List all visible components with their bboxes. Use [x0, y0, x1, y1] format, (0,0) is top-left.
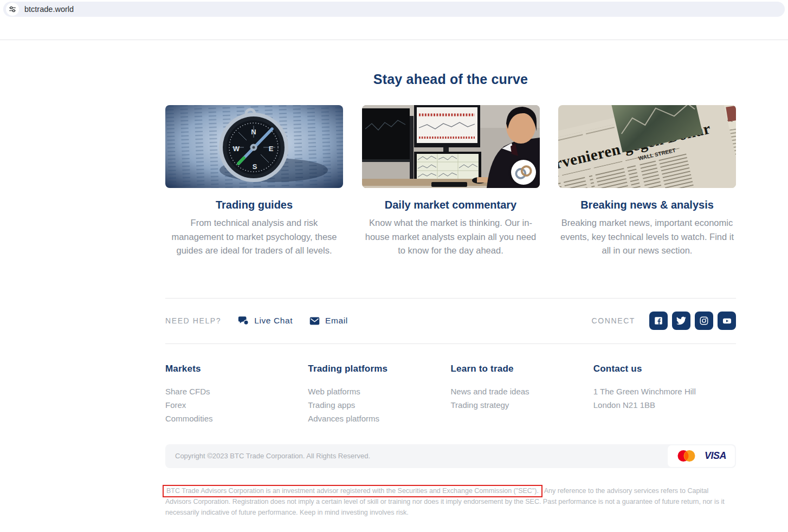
daily-commentary-image[interactable] — [362, 105, 540, 188]
page-top-divider — [0, 40, 788, 40]
footer-link-advances-platforms[interactable]: Advances platforms — [308, 414, 379, 423]
footer-heading: Trading platforms — [308, 364, 450, 374]
sec-registration-highlight: BTC Trade Advisors Corporation is an inv… — [163, 485, 542, 497]
section-title: Stay ahead of the curve — [165, 72, 736, 87]
link-overlay-button[interactable] — [511, 160, 536, 185]
email-label: Email — [325, 316, 348, 326]
newspaper-illustration: ntervenieren gegen Dollar WALL STREET — [558, 105, 736, 188]
twitter-icon — [676, 316, 686, 326]
card-description: From technical analysis and risk managem… — [165, 216, 343, 258]
live-chat-link[interactable]: Live Chat — [237, 315, 293, 327]
footer-link-commodities[interactable]: Commodities — [165, 414, 213, 423]
url-text[interactable]: btctrade.world — [24, 5, 74, 14]
card-trading-guides: N E S W Trading guides From technical an… — [165, 105, 343, 258]
breaking-news-image[interactable]: ntervenieren gegen Dollar WALL STREET — [558, 105, 736, 188]
contact-address-line-1: 1 The Green Winchmore Hill — [593, 385, 736, 398]
url-pill[interactable]: btctrade.world — [3, 2, 785, 17]
email-icon — [309, 315, 320, 327]
footer-heading: Markets — [165, 364, 308, 374]
browser-address-bar: btctrade.world — [0, 0, 788, 18]
card-title: Breaking news & analysis — [558, 199, 736, 211]
section-divider — [165, 343, 736, 344]
connect-label: CONNECT — [592, 316, 635, 325]
mastercard-icon — [676, 450, 696, 462]
facebook-icon — [654, 316, 663, 326]
help-connect-row: NEED HELP? Live Chat Email CONNECT — [165, 299, 736, 343]
feature-cards: N E S W Trading guides From technical an… — [165, 105, 736, 258]
card-title: Trading guides — [165, 199, 343, 211]
youtube-icon — [722, 316, 732, 326]
footer-heading: Learn to trade — [451, 364, 593, 374]
copyright-text: Copyright ©2023 BTC Trade Corporation. A… — [175, 452, 370, 460]
payment-methods: VISA — [668, 445, 735, 467]
footer-col-trading-platforms: Trading platforms Web platforms Trading … — [308, 364, 450, 425]
footer-link-trading-apps[interactable]: Trading apps — [308, 400, 355, 410]
compass-illustration: N E S W — [165, 105, 343, 188]
compass-w: W — [233, 145, 240, 153]
footer-columns: Markets Share CFDs Forex Commodities Tra… — [165, 364, 736, 425]
contact-address-line-2: London N21 1BB — [593, 398, 736, 412]
link-icon — [511, 160, 536, 185]
footer-col-markets: Markets Share CFDs Forex Commodities — [165, 364, 308, 425]
footer-link-news-and-trade-ideas[interactable]: News and trade ideas — [451, 387, 529, 396]
card-daily-market-commentary: Daily market commentary Know what the ma… — [362, 105, 540, 258]
card-title: Daily market commentary — [362, 199, 540, 211]
copyright-bar: Copyright ©2023 BTC Trade Corporation. A… — [165, 444, 736, 468]
footer-col-contact-us: Contact us 1 The Green Winchmore Hill Lo… — [593, 364, 736, 425]
chat-icon — [237, 315, 249, 327]
compass-s: S — [253, 163, 257, 171]
visa-logo: VISA — [705, 450, 726, 462]
compass-n: N — [251, 128, 256, 136]
footer-heading: Contact us — [593, 364, 736, 374]
social-youtube-button[interactable] — [718, 312, 736, 330]
footer-col-learn-to-trade: Learn to trade News and trade ideas Trad… — [451, 364, 593, 425]
footer-link-share-cfds[interactable]: Share CFDs — [165, 387, 210, 396]
social-facebook-button[interactable] — [649, 312, 668, 330]
need-help-label: NEED HELP? — [165, 316, 221, 325]
compass-e: E — [269, 145, 274, 153]
social-icons — [649, 312, 736, 330]
trading-guides-image[interactable]: N E S W — [165, 105, 343, 188]
email-link[interactable]: Email — [309, 315, 348, 327]
instagram-icon — [699, 316, 709, 326]
card-description: Breaking market news, important economic… — [558, 216, 736, 258]
site-settings-icon[interactable] — [6, 3, 19, 16]
footer-link-forex[interactable]: Forex — [165, 400, 186, 410]
page-content: Stay ahead of the curve — [165, 72, 736, 518]
legal-disclaimer: BTC Trade Advisors Corporation is an inv… — [165, 485, 736, 518]
footer-link-web-platforms[interactable]: Web platforms — [308, 387, 360, 396]
footer-link-trading-strategy[interactable]: Trading strategy — [451, 400, 509, 410]
card-description: Know what the market is thinking. Our in… — [362, 216, 540, 258]
tune-icon — [9, 5, 16, 13]
live-chat-label: Live Chat — [254, 316, 293, 326]
card-breaking-news: ntervenieren gegen Dollar WALL STREET Br… — [558, 105, 736, 258]
social-instagram-button[interactable] — [695, 312, 713, 330]
social-twitter-button[interactable] — [672, 312, 690, 330]
